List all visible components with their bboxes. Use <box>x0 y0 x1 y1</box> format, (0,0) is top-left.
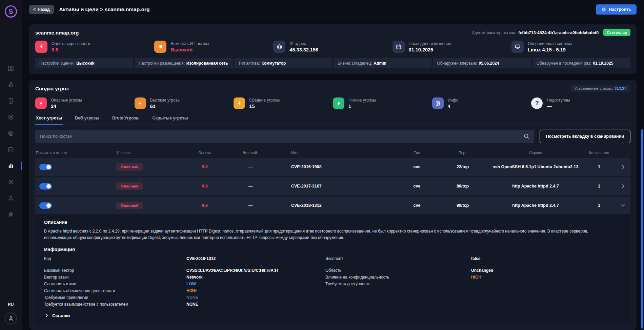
sidebar-nav <box>3 62 18 221</box>
tab-web-threats[interactable]: Веб-угрозы <box>74 115 100 125</box>
port-value: 22/tcp <box>437 164 488 169</box>
column-header: Порт <box>437 151 488 155</box>
user-avatar[interactable] <box>5 312 17 325</box>
sidebar: S RU <box>0 0 22 330</box>
person-icon <box>8 315 14 322</box>
users-icon <box>7 195 14 202</box>
stat-label: Недоступны <box>547 98 570 103</box>
severity-badge: Опасный <box>116 182 143 190</box>
scan-icon <box>7 114 14 120</box>
table-row-expanded[interactable]: Опасный 9.8 — CVE-2018-1312 cve 80/tcp h… <box>35 197 630 214</box>
configure-button[interactable]: Настроить <box>596 4 637 15</box>
show-in-report-toggle[interactable] <box>39 164 52 170</box>
monitor-icon <box>511 41 524 53</box>
sidebar-item-targets[interactable] <box>3 127 18 140</box>
page-content: scanme.nmap.org Идентификатор актива:fcf… <box>22 19 644 330</box>
vertical-scrollbar[interactable] <box>641 129 643 329</box>
table-row[interactable]: Опасный 9.8 — CVE-2016-1908 cve 22/tcp s… <box>35 158 630 176</box>
sidebar-item-dashboard[interactable] <box>3 62 18 75</box>
metric-label: Операционная система <box>528 41 572 46</box>
resolved-value: 31/137 <box>615 86 626 90</box>
sidebar-item-scans[interactable] <box>3 110 18 124</box>
show-in-report-toggle[interactable] <box>39 183 52 190</box>
threat-detail-panel: Описание В Apache httpd версиях с 2.2.0 … <box>35 214 630 325</box>
sidebar-item-tasks[interactable] <box>3 143 18 156</box>
toggle-knob <box>46 165 51 169</box>
info-value: false <box>471 256 622 261</box>
info-value: LOW <box>186 282 325 286</box>
table-header: Показать в отчете Уровень Оценка Эксплой… <box>35 147 630 158</box>
search-icon[interactable] <box>523 133 530 139</box>
report-icon <box>7 97 14 104</box>
info-key: Требуемые привилегии <box>44 295 186 300</box>
links-label: Ссылки <box>52 313 70 318</box>
column-header: Уровень <box>105 151 186 155</box>
score-value: 9.8 <box>186 203 223 208</box>
links-toggle[interactable]: Ссылки <box>44 313 622 318</box>
info-row: Сложность обеспечения целостности HIGH <box>44 287 622 294</box>
lightning-icon <box>135 97 146 109</box>
lightning-icon <box>333 97 344 109</box>
stat-label: Инфо <box>448 98 459 103</box>
metric-value: Linux 4.15 - 5.19 <box>528 47 572 52</box>
breadcrumb: Активы и Цели > scanme.nmap.org <box>59 6 150 13</box>
sidebar-item-assets[interactable] <box>3 159 18 173</box>
metric-label: Последнее изменение <box>409 41 451 46</box>
threats-title: Сводка угроз <box>35 86 69 91</box>
chevron-right-icon[interactable] <box>615 183 630 189</box>
view-scan-tab-button[interactable]: Посмотреть вкладку в сканировании <box>540 130 630 143</box>
sidebar-item-trash[interactable] <box>3 208 18 221</box>
sidebar-item-settings[interactable] <box>3 175 18 189</box>
info-key: Требуется взаимодействие с пользователем <box>44 302 186 307</box>
asset-header-right: Идентификатор актива:fcfbb713-4524-4b1a-… <box>471 29 630 36</box>
metric-ip: IP-адрес 45.33.32.156 <box>273 41 392 53</box>
info-value: HIGH <box>471 275 622 280</box>
score-value: 9.8 <box>186 164 223 169</box>
sidebar-item-users[interactable] <box>3 192 18 205</box>
sidebar-item-threats[interactable] <box>3 78 18 91</box>
threat-tabs: Хост-угрозы Веб-угрозы Brute Угрозы Скры… <box>35 115 630 125</box>
tab-brute-threats[interactable]: Brute Угрозы <box>112 115 140 125</box>
detail-value: Admin <box>374 61 386 66</box>
info-key: Код <box>44 256 186 261</box>
service-value: http Apache httpd 2.4.7 <box>488 184 583 189</box>
app-logo[interactable]: S <box>4 5 18 18</box>
tasks-icon <box>7 146 14 153</box>
table-row[interactable]: Опасный 9.8 — CVE-2017-3167 cve 80/tcp h… <box>35 177 630 195</box>
show-in-report-toggle[interactable] <box>39 202 52 209</box>
calendar-icon <box>393 41 405 53</box>
exploit-value: — <box>223 184 278 189</box>
exploit-value: — <box>223 203 278 208</box>
globe-icon <box>273 41 285 53</box>
resolved-threats-chip: Устраненные угрозы:31/137 <box>570 85 630 92</box>
app-main: < Назад Активы и Цели > scanme.nmap.org … <box>22 0 644 330</box>
info-key: Сложность обеспечения целостности <box>44 288 186 293</box>
locale-switcher[interactable]: RU <box>8 302 14 307</box>
info-value: Network <box>186 275 325 280</box>
tab-hidden-threats[interactable]: Скрытые угрозы <box>152 115 189 125</box>
chevron-right-icon[interactable] <box>615 164 630 170</box>
tab-host-threats[interactable]: Хост-угрозы <box>35 115 63 125</box>
bar-chart-icon <box>7 162 14 169</box>
detail-cell: Обнаружен впервые:05.06.2024 <box>433 58 531 68</box>
metric-severity: Оценка серьезности 9.8 <box>35 41 154 53</box>
column-header: Тип <box>397 151 437 155</box>
stat-value: 1 <box>348 104 376 109</box>
metric-value: Высокий <box>170 47 209 52</box>
exploit-value: — <box>223 164 278 169</box>
metric-value: 9.8 <box>52 47 90 52</box>
detail-value: 01.10.2025 <box>593 61 613 66</box>
asset-name: scanme.nmap.org <box>35 30 79 36</box>
chevron-down-icon[interactable] <box>615 203 630 208</box>
metric-label: Важность ИТ-актива <box>170 41 209 46</box>
cve-name: CVE-2018-1312 <box>278 203 397 208</box>
stat-value: — <box>547 104 570 109</box>
stat-value: 15 <box>249 104 280 109</box>
type-value: cve <box>397 203 437 208</box>
detail-label: Обнаружен в последний раз: <box>537 61 591 66</box>
sidebar-item-reports[interactable] <box>3 94 18 108</box>
detail-value: Коммутатор <box>262 61 286 66</box>
search-input[interactable] <box>35 130 534 143</box>
info-value: NONE <box>186 302 325 307</box>
back-button[interactable]: < Назад <box>29 5 54 14</box>
